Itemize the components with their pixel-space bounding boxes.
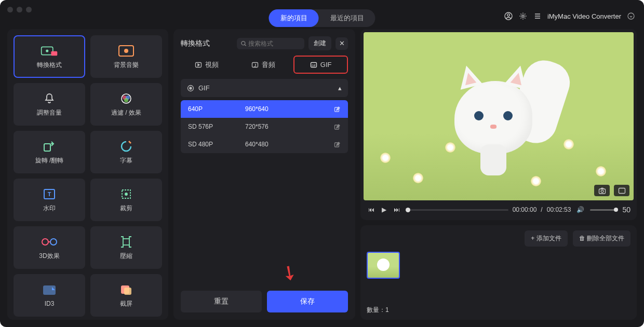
search-input[interactable] [248, 40, 300, 47]
create-button[interactable]: 創建 [308, 36, 331, 50]
sidebar-item-label: 旋轉 /翻轉 [35, 156, 64, 165]
settings-icon[interactable] [518, 11, 528, 21]
format-section-header[interactable]: GIF ▴ [181, 79, 348, 97]
sidebar-item-crop[interactable]: 裁剪 [90, 179, 162, 221]
row-name: SD 576P [188, 123, 240, 130]
row-name: SD 480P [188, 141, 240, 148]
sidebar-item-id3[interactable]: ID3 [14, 274, 85, 317]
sidebar-item-filter[interactable]: 過濾 / 效果 [90, 83, 162, 126]
svg-point-35 [601, 190, 603, 193]
chevron-up-icon: ▴ [338, 84, 342, 92]
svg-point-3 [628, 13, 634, 19]
row-resolution: 960*640 [245, 105, 329, 113]
sidebar-item-label: 轉換格式 [37, 61, 62, 70]
sidebar-item-label: 裁剪 [120, 204, 132, 213]
svg-point-2 [522, 15, 524, 17]
glasses-icon [41, 235, 58, 249]
sidebar-item-label: 字幕 [120, 156, 132, 165]
edit-row-icon[interactable] [334, 106, 341, 113]
sidebar-item-bgm[interactable]: 背景音樂 [90, 35, 162, 78]
volume-icon[interactable]: 🔊 [575, 206, 586, 213]
svg-point-17 [125, 193, 127, 195]
crop-icon [117, 187, 135, 201]
format-row[interactable]: SD 480P 640*480 [181, 135, 348, 153]
svg-text:GIF: GIF [312, 63, 316, 66]
sidebar-item-label: 水印 [43, 204, 56, 213]
svg-rect-26 [252, 62, 258, 67]
close-panel-button[interactable]: ✕ [336, 37, 348, 50]
format-tab-audio[interactable]: 音頻 [237, 56, 290, 74]
arrow-annotation: ➘ [276, 259, 303, 287]
filter-icon [117, 92, 135, 105]
panel-title: 轉換格式 [181, 39, 233, 48]
svg-point-1 [507, 14, 510, 17]
sidebar-item-rotate[interactable]: 旋轉 /翻轉 [14, 131, 85, 173]
format-tab-label: 視頻 [205, 60, 219, 70]
svg-rect-23 [124, 288, 131, 295]
play-button[interactable]: ▶ [380, 206, 388, 213]
svg-rect-20 [123, 239, 129, 245]
video-icon [195, 61, 202, 69]
reset-button[interactable]: 重置 [181, 291, 262, 312]
clear-files-button[interactable]: 🗑 刪除全部文件 [573, 230, 630, 247]
format-tab-label: GIF [320, 61, 332, 69]
rotate-icon [41, 140, 58, 153]
prev-button[interactable]: ⏮ [367, 206, 376, 213]
tab-recent-project[interactable]: 最近的項目 [319, 9, 375, 27]
preview-panel: ⏮ ▶ ⏭ 00:00:00 / 00:02:53 🔊 50 [360, 29, 637, 220]
file-thumbnail[interactable] [367, 252, 400, 279]
tab-new-project[interactable]: 新的項目 [269, 9, 319, 27]
edit-row-icon[interactable] [334, 141, 341, 148]
format-tab-gif[interactable]: GIF GIF [293, 56, 348, 74]
svg-point-18 [42, 239, 48, 245]
search-icon [241, 40, 246, 47]
volume-slider[interactable] [590, 209, 616, 211]
screenshot-icon [117, 283, 135, 296]
add-file-button[interactable]: + 添加文件 [525, 230, 567, 247]
time-sep: / [541, 206, 542, 213]
sidebar-item-label: 調整音量 [37, 108, 62, 117]
format-tab-label: 音頻 [262, 60, 275, 70]
sidebar-item-label: 截屏 [120, 299, 132, 308]
svg-rect-36 [619, 188, 625, 193]
compress-icon [117, 235, 135, 249]
seek-bar[interactable] [406, 209, 508, 211]
account-icon[interactable] [504, 11, 513, 21]
svg-point-8 [124, 49, 128, 53]
sidebar-item-screenshot[interactable]: 截屏 [90, 274, 162, 317]
edit-row-icon[interactable] [334, 124, 341, 130]
svg-rect-13 [44, 144, 50, 151]
row-resolution: 720*576 [245, 123, 329, 130]
sidebar-item-label: 壓縮 [120, 252, 132, 261]
save-button[interactable]: 保存 [267, 291, 348, 312]
sidebar-item-volume[interactable]: 調整音量 [14, 83, 85, 126]
subtitle-icon [117, 140, 135, 153]
sidebar-item-subtitle[interactable]: 字幕 [90, 131, 162, 173]
expand-icon[interactable] [626, 11, 636, 21]
convert-icon [41, 44, 58, 58]
format-row[interactable]: 640P 960*640 [181, 100, 348, 118]
sidebar-item-convert[interactable]: 轉換格式 [14, 35, 85, 78]
search-box[interactable] [237, 38, 304, 49]
window-controls[interactable] [7, 7, 32, 12]
format-panel: 轉換格式 創建 ✕ 視頻 音頻 GIF GIF [173, 29, 355, 320]
snapshot-button[interactable] [594, 185, 610, 196]
sidebar-item-label: ID3 [45, 300, 55, 307]
row-name: 640P [188, 105, 240, 113]
sidebar-item-3d[interactable]: 3D效果 [14, 226, 85, 269]
svg-point-19 [50, 239, 57, 245]
video-canvas[interactable] [364, 32, 634, 200]
next-button[interactable]: ⏭ [392, 206, 401, 213]
id3-icon [41, 283, 58, 297]
menu-icon[interactable] [533, 11, 542, 21]
sidebar-item-watermark[interactable]: T 水印 [14, 179, 85, 221]
sidebar-item-compress[interactable]: 壓縮 [90, 226, 162, 269]
format-tab-video[interactable]: 視頻 [181, 56, 233, 74]
sidebar-item-label: 過濾 / 效果 [111, 108, 141, 117]
fullscreen-button[interactable] [614, 185, 629, 196]
time-current: 00:00:00 [513, 206, 537, 213]
format-row[interactable]: SD 576P 720*576 [181, 118, 348, 135]
gif-icon: GIF [310, 61, 317, 69]
project-tabs: 新的項目 最近的項目 [269, 9, 375, 27]
svg-point-30 [190, 87, 192, 89]
